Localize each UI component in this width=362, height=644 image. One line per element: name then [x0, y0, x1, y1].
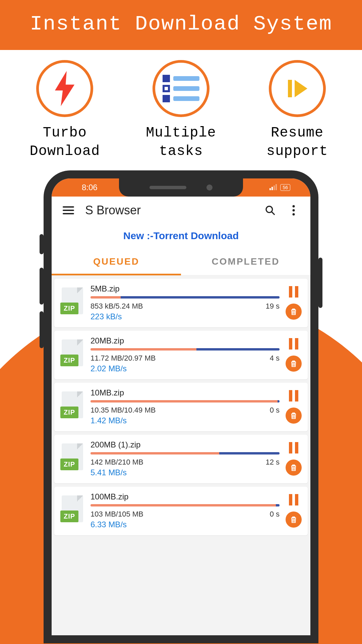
more-button[interactable]: [287, 204, 300, 217]
progress-bar: [90, 348, 280, 351]
svg-point-12: [293, 213, 295, 216]
tab-completed[interactable]: COMPLETED: [181, 248, 310, 275]
delete-button[interactable]: [286, 356, 302, 372]
progress-bar: [90, 504, 280, 506]
torrent-banner[interactable]: New :-Torrent Download: [52, 224, 310, 248]
size-text: 10.35 MB/10.49 MB: [90, 406, 156, 415]
phone-screen: 8:06 56 S Browser: [52, 178, 310, 635]
status-time: 8:06: [82, 183, 98, 192]
more-vert-icon: [292, 205, 295, 216]
app-title: S Browser: [85, 203, 253, 217]
progress-bar: [90, 400, 280, 402]
app-bar: S Browser: [52, 197, 310, 224]
search-icon: [265, 205, 276, 216]
item-actions: [286, 442, 302, 476]
trash-icon: [290, 516, 298, 524]
delete-button[interactable]: [286, 408, 302, 424]
search-button[interactable]: [263, 204, 277, 217]
item-actions: [286, 390, 302, 424]
download-info: 100MB.zip 103 MB/105 MB 0 s 6.33 MB/s: [90, 492, 280, 529]
zip-badge: ZIP: [60, 355, 78, 366]
size-text: 853 kB/5.24 MB: [90, 302, 143, 311]
svg-rect-7: [288, 80, 292, 97]
delete-button[interactable]: [286, 304, 302, 320]
pause-button[interactable]: [289, 390, 298, 401]
size-text: 103 MB/105 MB: [90, 510, 143, 519]
phone-notch: [119, 178, 243, 197]
delete-button[interactable]: [286, 460, 302, 476]
zip-file-icon: ZIP: [60, 443, 84, 474]
eta-text: 12 s: [265, 458, 280, 467]
download-item[interactable]: ZIP 10MB.zip 10.35 MB/10.49 MB 0 s 1.42 …: [54, 383, 308, 431]
svg-rect-4: [173, 86, 199, 91]
pause-button[interactable]: [289, 286, 298, 298]
download-list[interactable]: ZIP 5MB.zip 853 kB/5.24 MB 19 s 223 kB/s: [52, 275, 310, 635]
eta-text: 19 s: [265, 302, 280, 311]
delete-button[interactable]: [286, 512, 302, 528]
eta-text: 4 s: [270, 354, 280, 363]
svg-point-10: [293, 205, 295, 208]
promo-banner: Instant Download System: [0, 0, 362, 50]
svg-point-11: [293, 209, 295, 212]
file-name: 10MB.zip: [90, 388, 280, 397]
trash-icon: [290, 360, 298, 368]
file-name: 100MB.zip: [90, 492, 280, 501]
progress-bar: [90, 296, 280, 299]
pause-button[interactable]: [289, 494, 298, 505]
zip-badge: ZIP: [60, 407, 78, 418]
download-info: 5MB.zip 853 kB/5.24 MB 19 s 223 kB/s: [90, 284, 280, 321]
feature-multiple: Multiple tasks: [131, 60, 231, 160]
phone-frame: 8:06 56 S Browser: [44, 170, 318, 643]
svg-rect-0: [163, 75, 170, 82]
svg-point-8: [266, 206, 273, 213]
file-name: 20MB.zip: [90, 336, 280, 345]
speed-text: 5.41 MB/s: [90, 468, 280, 477]
list-icon: [153, 60, 209, 117]
zip-badge: ZIP: [60, 459, 78, 470]
pause-button[interactable]: [289, 442, 298, 453]
eta-text: 0 s: [270, 406, 280, 415]
zip-file-icon: ZIP: [60, 287, 84, 318]
svg-line-9: [272, 212, 275, 215]
battery-icon: 56: [280, 184, 290, 191]
progress-bar: [90, 452, 280, 454]
hamburger-icon: [63, 206, 74, 214]
svg-rect-6: [173, 96, 199, 101]
eta-text: 0 s: [270, 510, 280, 519]
svg-rect-1: [173, 76, 199, 81]
download-info: 10MB.zip 10.35 MB/10.49 MB 0 s 1.42 MB/s: [90, 388, 280, 425]
speed-text: 6.33 MB/s: [90, 520, 280, 529]
trash-icon: [290, 308, 298, 316]
download-item[interactable]: ZIP 20MB.zip 11.72 MB/20.97 MB 4 s 2.02 …: [54, 331, 308, 379]
size-text: 11.72 MB/20.97 MB: [90, 354, 156, 363]
file-name: 200MB (1).zip: [90, 440, 280, 449]
download-info: 200MB (1).zip 142 MB/210 MB 12 s 5.41 MB…: [90, 440, 280, 477]
item-actions: [286, 286, 302, 320]
zip-file-icon: ZIP: [60, 339, 84, 370]
svg-rect-3: [165, 87, 168, 90]
tabs: QUEUED COMPLETED: [52, 248, 310, 275]
feature-resume: Resume support: [247, 60, 348, 160]
speed-text: 223 kB/s: [90, 312, 280, 321]
speed-text: 1.42 MB/s: [90, 416, 280, 425]
download-item[interactable]: ZIP 5MB.zip 853 kB/5.24 MB 19 s 223 kB/s: [54, 279, 308, 327]
zip-badge: ZIP: [60, 511, 78, 522]
features-row: Turbo Download Multiple tasks Resume sup…: [0, 50, 362, 160]
promo-title: Instant Download System: [30, 12, 332, 36]
download-item[interactable]: ZIP 100MB.zip 103 MB/105 MB 0 s 6.33 MB/…: [54, 487, 308, 535]
bolt-icon: [36, 60, 93, 117]
signal-icon: [269, 185, 277, 190]
feature-turbo: Turbo Download: [14, 60, 115, 160]
zip-file-icon: ZIP: [60, 391, 84, 422]
pause-button[interactable]: [289, 338, 298, 350]
speed-text: 2.02 MB/s: [90, 364, 280, 373]
item-actions: [286, 338, 302, 372]
item-actions: [286, 494, 302, 528]
trash-icon: [290, 412, 298, 420]
download-item[interactable]: ZIP 200MB (1).zip 142 MB/210 MB 12 s 5.4…: [54, 435, 308, 483]
file-name: 5MB.zip: [90, 284, 280, 293]
tab-queued[interactable]: QUEUED: [52, 248, 181, 275]
zip-badge: ZIP: [60, 303, 78, 314]
menu-button[interactable]: [62, 204, 75, 217]
zip-file-icon: ZIP: [60, 495, 84, 526]
